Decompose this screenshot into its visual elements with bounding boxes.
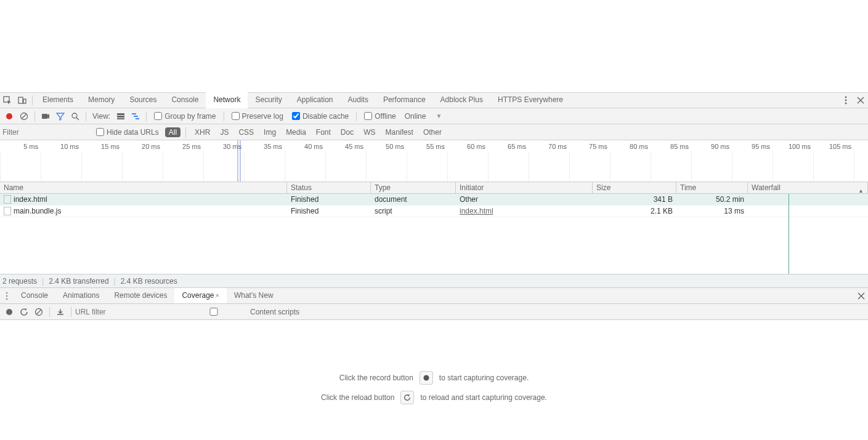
filter-chip-all[interactable]: All [165, 127, 180, 137]
timeline-tick: 95 ms [732, 143, 773, 151]
offline-label: Offline [375, 112, 395, 121]
table-row[interactable]: index.htmlFinisheddocumentOther341 B50.2… [0, 194, 868, 206]
timeline-tick: 90 ms [691, 143, 732, 151]
drawer-tab-coverage[interactable]: Coverage× [174, 288, 226, 303]
summary-transferred: 2.4 KB transferred [49, 277, 108, 286]
close-devtools-icon[interactable] [853, 93, 868, 108]
filter-chip-font[interactable]: Font [312, 127, 335, 137]
col-initiator[interactable]: Initiator [456, 182, 593, 193]
content-scripts-checkbox[interactable]: Content scripts [176, 308, 303, 316]
coverage-record-icon[interactable] [2, 305, 16, 319]
main-tab-sources[interactable]: Sources [122, 92, 164, 108]
col-type[interactable]: Type [371, 182, 456, 193]
group-by-frame-label: Group by frame [164, 112, 216, 121]
camera-icon[interactable] [39, 110, 52, 123]
file-icon [4, 207, 11, 215]
filter-chip-css[interactable]: CSS [235, 127, 258, 137]
main-tab-adblock-plus[interactable]: Adblock Plus [433, 92, 490, 108]
preserve-log-label: Preserve log [242, 112, 283, 121]
col-size[interactable]: Size [593, 182, 676, 193]
timeline-tick: 35 ms [244, 143, 285, 151]
content-scripts-label: Content scripts [250, 308, 299, 316]
timeline-marker [237, 140, 238, 182]
filter-input[interactable] [0, 125, 86, 140]
drawer-tab-remote-devices[interactable]: Remote devices [107, 288, 174, 303]
svg-rect-10 [117, 113, 124, 115]
filter-chip-other[interactable]: Other [420, 127, 445, 137]
inspect-element-icon[interactable] [0, 93, 15, 108]
col-time[interactable]: Time [676, 182, 748, 193]
coverage-reload-icon[interactable] [17, 305, 31, 319]
sort-asc-icon: ▲ [858, 185, 864, 193]
main-tab-console[interactable]: Console [164, 92, 206, 108]
dropdown-caret-icon[interactable]: ▼ [431, 113, 447, 119]
device-toolbar-icon[interactable] [15, 93, 30, 108]
svg-point-4 [845, 100, 847, 102]
coverage-export-icon[interactable] [54, 305, 67, 319]
main-tab-application[interactable]: Application [290, 92, 341, 108]
filter-chip-xhr[interactable]: XHR [191, 127, 214, 137]
main-tab-security[interactable]: Security [248, 92, 289, 108]
disable-cache-checkbox[interactable]: Disable cache [288, 112, 352, 121]
filter-chip-manifest[interactable]: Manifest [382, 127, 417, 137]
main-tab-elements[interactable]: Elements [35, 92, 81, 108]
filter-funnel-icon[interactable] [54, 110, 67, 123]
filter-chip-media[interactable]: Media [282, 127, 310, 137]
request-time: 13 ms [676, 207, 748, 215]
drawer-more-vert-icon[interactable] [0, 289, 14, 303]
coverage-hint-record-pre: Click the record button [339, 374, 413, 382]
col-status[interactable]: Status [287, 182, 371, 193]
table-row[interactable]: main.bundle.jsFinishedscriptindex.html2.… [0, 206, 868, 217]
col-name[interactable]: Name [0, 182, 287, 193]
main-tab-memory[interactable]: Memory [81, 92, 122, 108]
timeline-tick: 65 ms [488, 143, 529, 151]
search-icon[interactable] [68, 110, 82, 123]
network-toolbar: View: Group by frame Preserve log Disabl… [0, 108, 868, 124]
drawer-close-icon[interactable] [854, 289, 868, 303]
filter-chip-js[interactable]: JS [216, 127, 232, 137]
svg-rect-12 [117, 118, 124, 119]
timeline-marker [240, 140, 241, 182]
drawer-tab-what-s-new[interactable]: What's New [227, 288, 281, 303]
throttling-dropdown[interactable]: Online [401, 112, 430, 121]
timeline-tick: 85 ms [651, 143, 691, 151]
view-large-icon[interactable] [114, 110, 128, 123]
request-size: 341 B [593, 195, 676, 204]
col-waterfall[interactable]: Waterfall▲ [748, 182, 868, 193]
timeline-tick: 60 ms [447, 143, 488, 151]
filter-chip-ws[interactable]: WS [360, 127, 379, 137]
more-vert-icon[interactable] [838, 93, 853, 108]
tab-close-icon[interactable]: × [215, 292, 219, 299]
filter-chip-img[interactable]: Img [260, 127, 280, 137]
view-waterfall-icon[interactable] [129, 110, 142, 123]
coverage-clear-icon[interactable] [32, 305, 46, 319]
timeline-tick: 75 ms [569, 143, 610, 151]
offline-checkbox[interactable]: Offline [360, 112, 399, 121]
main-tab-https-everywhere[interactable]: HTTPS Everywhere [490, 92, 570, 108]
timeline-tick: 25 ms [163, 143, 203, 151]
hide-data-urls-checkbox[interactable]: Hide data URLs [86, 128, 164, 137]
main-tab-audits[interactable]: Audits [341, 92, 376, 108]
record-icon[interactable] [2, 110, 16, 123]
timeline-tick: 100 ms [773, 143, 813, 151]
preserve-log-checkbox[interactable]: Preserve log [228, 112, 287, 121]
svg-point-6 [6, 113, 12, 119]
drawer-tab-console[interactable]: Console [14, 288, 55, 303]
timeline-tick: 45 ms [325, 143, 366, 151]
network-timeline-overview[interactable]: 5 ms10 ms15 ms20 ms25 ms30 ms35 ms40 ms4… [0, 140, 868, 182]
main-tab-performance[interactable]: Performance [376, 92, 433, 108]
coverage-hint-reload-icon[interactable] [400, 391, 414, 404]
summary-requests: 2 requests [2, 277, 37, 286]
coverage-url-filter-input[interactable] [75, 308, 143, 316]
network-requests-table: Name Status Type Initiator Size Time Wat… [0, 182, 868, 274]
svg-point-18 [6, 298, 8, 300]
clear-icon[interactable] [17, 110, 31, 123]
filter-chip-doc[interactable]: Doc [337, 127, 357, 137]
group-by-frame-checkbox[interactable]: Group by frame [150, 112, 219, 121]
main-tab-network[interactable]: Network [206, 92, 248, 108]
drawer-tab-animations[interactable]: Animations [55, 288, 107, 303]
coverage-hint-record-icon[interactable] [420, 371, 433, 385]
svg-point-5 [845, 103, 847, 105]
request-name: index.html [14, 195, 47, 204]
request-initiator[interactable]: index.html [456, 207, 593, 215]
